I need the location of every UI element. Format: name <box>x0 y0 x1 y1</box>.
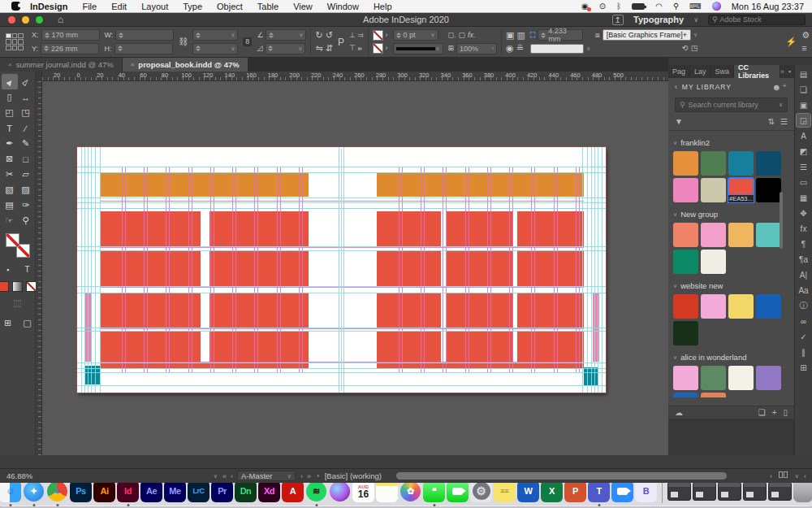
formatting-container-icon[interactable]: ▪ <box>0 262 16 277</box>
vertical-guide[interactable] <box>598 147 598 393</box>
share-icon[interactable]: ↥ <box>612 15 624 25</box>
red-grid-frame[interactable] <box>447 293 513 328</box>
text-wrap-panel-icon[interactable]: ∥ <box>797 345 810 358</box>
note-tool[interactable]: ▤ <box>2 198 18 213</box>
align-bottom-icon[interactable]: ⊤ <box>349 45 356 52</box>
new-group-folder-icon[interactable]: ❏ <box>758 408 766 417</box>
prev-page-button[interactable]: ‹ <box>231 472 232 480</box>
x-position-field[interactable]: 170 mm <box>41 29 100 41</box>
stroke-flyout-icon[interactable]: › <box>386 45 388 52</box>
flip-vertical-icon[interactable]: ⇵ <box>326 44 333 53</box>
color-swatch[interactable] <box>701 151 726 176</box>
page-select[interactable]: A-Master∨ <box>237 471 296 481</box>
effects-icon[interactable]: fx. <box>468 32 476 39</box>
shear-angle-field[interactable]: ∨ <box>265 43 305 54</box>
line-tool[interactable]: ∕ <box>18 120 34 136</box>
dock-media-encoder[interactable]: Me <box>164 480 186 502</box>
last-page-button[interactable]: » <box>307 472 310 480</box>
color-swatch[interactable] <box>728 366 754 390</box>
zoom-tool[interactable]: ⚲ <box>18 213 34 228</box>
vertical-ruler[interactable] <box>36 81 42 455</box>
red-grid-frame[interactable] <box>517 331 584 363</box>
dock-stickies[interactable]: ≡≡ <box>494 480 516 502</box>
tab-layers[interactable]: Lay <box>690 65 711 78</box>
type-tool[interactable]: T <box>2 120 18 136</box>
siri-icon[interactable] <box>712 2 721 11</box>
tab-swatches[interactable]: Swa <box>711 65 735 78</box>
dock-zoom[interactable] <box>611 480 633 502</box>
color-swatch[interactable] <box>701 223 726 247</box>
lightning-icon[interactable]: ⚡ <box>785 37 797 46</box>
library-group-header[interactable]: ∨website new <box>673 281 789 290</box>
vertical-guide[interactable] <box>591 147 592 393</box>
vertical-guide[interactable] <box>95 147 96 393</box>
dock-minimized-window-2[interactable] <box>693 482 716 501</box>
dock-bbedit[interactable]: B <box>635 480 657 502</box>
preflight-panel-icon[interactable]: ∞ <box>797 315 810 328</box>
effects-panel-icon[interactable]: fx <box>797 222 810 235</box>
pencil-tool[interactable]: ✎ <box>18 136 34 151</box>
rotate-ccw-icon[interactable]: ↺ <box>326 31 333 40</box>
wrap-bounding-icon[interactable]: ▥ <box>517 31 525 40</box>
minimize-window-button[interactable] <box>22 16 29 24</box>
dock-after-effects[interactable]: Ae <box>140 480 162 502</box>
dock-facetime[interactable] <box>447 480 469 502</box>
gradient-feather-tool[interactable]: ▨ <box>18 182 34 198</box>
menu-item-file[interactable]: File <box>82 2 97 11</box>
page-tool[interactable]: ▯ <box>2 89 18 105</box>
color-swatch[interactable]: #EA53... <box>728 178 754 202</box>
gap-tool[interactable]: ↔ <box>18 89 34 105</box>
vertical-guide[interactable] <box>88 147 89 393</box>
y-position-field[interactable]: 226 mm <box>41 43 99 54</box>
hand-tool[interactable]: ☞ <box>2 213 18 228</box>
scissors-tool[interactable]: ✂ <box>2 167 18 182</box>
scroll-right-icon[interactable]: › <box>770 471 772 480</box>
paragraph-panel-icon[interactable]: ¶ <box>797 237 810 250</box>
dock-siri[interactable] <box>329 480 351 502</box>
object-style-chevron-icon[interactable]: ∨ <box>693 32 698 38</box>
flip-horizontal-icon[interactable]: ⇋ <box>315 44 322 53</box>
vertical-guide[interactable] <box>339 147 339 393</box>
collapse-status-icon[interactable]: ‹ <box>804 472 806 480</box>
back-chevron-icon[interactable]: ‹ <box>675 83 678 91</box>
color-swatch[interactable] <box>673 151 698 176</box>
color-swatch[interactable] <box>756 294 781 319</box>
red-grid-frame[interactable] <box>377 293 441 328</box>
dock-minimized-window-4[interactable] <box>743 482 767 501</box>
zoom-chevron-icon[interactable]: ∨ <box>214 473 218 480</box>
dock-lightroom-classic[interactable]: LrC <box>188 480 209 502</box>
keyboard-icon[interactable]: ⌨ <box>689 2 701 11</box>
ruler-origin[interactable] <box>36 72 42 81</box>
stroke-style-select[interactable]: ∨ <box>393 43 443 54</box>
panel-gear-icon[interactable]: ⚙ <box>801 31 810 40</box>
vertical-guide[interactable] <box>582 147 583 393</box>
fitting-chevron-icon[interactable]: ∨ <box>586 46 590 52</box>
rectangle-tool[interactable]: □ <box>18 151 34 167</box>
dock-calendar[interactable]: AUG16 <box>352 480 374 502</box>
cc-libraries-panel-icon[interactable]: ◲ <box>797 114 810 127</box>
width-field[interactable] <box>115 29 174 41</box>
swatches-panel-icon[interactable]: ◩ <box>797 145 810 158</box>
view-options-icon[interactable]: ⿲ <box>10 296 26 311</box>
horizontal-scrollbar[interactable] <box>396 472 727 480</box>
dock-indesign[interactable]: Id <box>117 480 139 502</box>
apply-color-button[interactable] <box>0 281 9 292</box>
color-swatch[interactable] <box>673 178 698 202</box>
document-tab-inactive[interactable]: × summer journal.indd @ 47% <box>0 58 123 72</box>
red-grid-frame[interactable] <box>100 250 201 286</box>
fill-flyout-icon[interactable]: › <box>386 32 388 39</box>
dock-chrome[interactable]: ● <box>46 480 68 502</box>
color-swatch[interactable] <box>728 294 754 319</box>
character-styles-panel-icon[interactable]: A <box>797 129 810 142</box>
menu-item-edit[interactable]: Edit <box>111 2 127 11</box>
apple-menu-icon[interactable] <box>11 2 20 11</box>
dock-premiere[interactable]: Pr <box>211 480 233 502</box>
constrain-scale-link-icon[interactable]: 8 <box>243 37 252 46</box>
panel-scrollbar[interactable] <box>780 192 783 249</box>
red-grid-frame[interactable] <box>100 211 201 246</box>
red-grid-frame[interactable] <box>447 331 513 363</box>
red-grid-frame[interactable] <box>447 211 513 246</box>
search-scope-chevron-icon[interactable]: ∨ <box>779 102 783 108</box>
bluetooth-icon[interactable]: ᛒ <box>616 2 621 11</box>
orange-header-frame[interactable] <box>377 172 584 197</box>
